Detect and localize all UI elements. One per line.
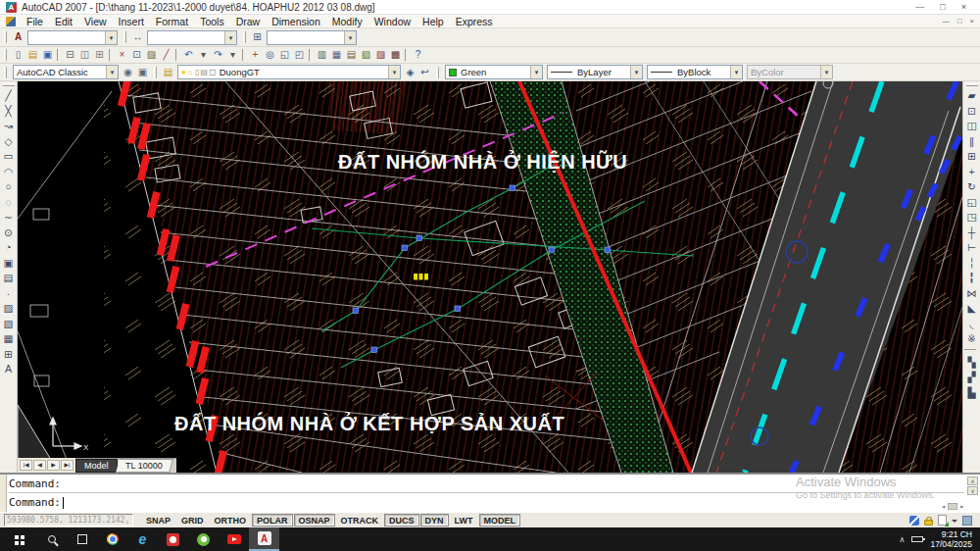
layer-properties-manager-icon[interactable]: ▤ (161, 66, 175, 79)
grid-toggle[interactable]: GRID (176, 514, 209, 526)
plot-icon[interactable]: ⊟ (63, 48, 77, 62)
layer-previous-icon[interactable]: ↩ (417, 66, 432, 79)
workspace-save-icon[interactable]: ▣ (135, 66, 150, 79)
trim-icon[interactable]: ┼ (964, 225, 980, 241)
gradient-icon[interactable]: ▧ (1, 317, 17, 332)
ducs-toggle[interactable]: DUCS (384, 514, 419, 526)
toolbar-grip[interactable] (154, 67, 157, 78)
tool-palettes-icon[interactable]: ▤ (344, 48, 359, 62)
bring-to-front-icon[interactable]: ▚ (964, 355, 980, 371)
region-icon[interactable]: ▦ (1, 331, 17, 347)
match-properties-icon[interactable]: ╱ (159, 48, 173, 62)
command-window-grip[interactable] (0, 475, 7, 512)
command-window[interactable]: Command: Command: Activate Windows Go to… (0, 473, 980, 512)
command-prompt-line[interactable]: Command: (9, 493, 964, 512)
osnap-toggle[interactable]: OSNAP (294, 514, 335, 526)
window-minimize-button[interactable]: — (915, 2, 924, 12)
layer-color-chip[interactable]: ▢ (209, 66, 217, 78)
pan-icon[interactable]: + (248, 48, 263, 62)
table-style-icon[interactable]: ⊞ (250, 30, 265, 44)
menu-file[interactable]: File (21, 16, 49, 27)
tab-first-button[interactable]: |◀ (20, 460, 32, 471)
layer-freeze-icon[interactable]: ☼ (187, 66, 194, 78)
tab-prev-button[interactable]: ◀ (33, 460, 46, 471)
menu-view[interactable]: View (78, 16, 113, 27)
doc-restore-button[interactable]: □ (957, 17, 962, 25)
make-object-layer-current-icon[interactable]: ◈ (403, 66, 417, 79)
task-view-icon[interactable] (67, 527, 97, 551)
break-at-point-icon[interactable]: ╎ (964, 256, 980, 272)
clean-screen-icon[interactable] (962, 516, 972, 526)
autocad-taskbar-icon[interactable]: A (249, 527, 279, 551)
scale-icon[interactable]: ◱ (964, 195, 980, 211)
doc-close-button[interactable]: × (970, 17, 974, 25)
chevron-down-icon[interactable]: ▾ (630, 66, 642, 78)
toolbar-grip[interactable] (123, 31, 126, 43)
layer-combo[interactable]: ●☼▯▤▢ DuongGT ▾ (177, 65, 401, 79)
chevron-down-icon[interactable]: ▾ (224, 31, 236, 44)
dim-style-icon[interactable]: ↔ (130, 30, 145, 44)
plot-preview-icon[interactable]: ◫ (77, 48, 92, 62)
tab-layout-tl10000[interactable]: TL 10000 (116, 459, 172, 473)
trusted-dwg-icon[interactable] (938, 515, 947, 526)
menu-insert[interactable]: Insert (113, 16, 150, 27)
toolbar-handle[interactable] (3, 83, 15, 86)
toolbar-grip[interactable] (436, 67, 439, 78)
menu-modify[interactable]: Modify (326, 16, 368, 27)
save-icon[interactable]: ▣ (40, 48, 55, 62)
clock[interactable]: 9:21 CH 17/04/2025 (930, 529, 972, 549)
chevron-down-icon[interactable]: ▾ (106, 66, 118, 78)
scroll-right-icon[interactable]: ▸ (959, 502, 964, 511)
tab-model[interactable]: Model (75, 459, 118, 473)
color-combo[interactable]: Green ▾ (445, 65, 543, 79)
menu-format[interactable]: Format (150, 16, 194, 27)
dim-style-combo[interactable]: ▾ (147, 30, 237, 45)
revcloud-icon[interactable]: ◌ (1, 195, 17, 211)
communication-center-icon[interactable] (909, 516, 919, 526)
ortho-toggle[interactable]: ORTHO (210, 514, 252, 526)
search-icon[interactable] (36, 527, 67, 551)
ie-icon[interactable]: e (127, 527, 158, 551)
menu-edit[interactable]: Edit (49, 16, 78, 27)
tab-last-button[interactable]: ▶| (61, 460, 74, 471)
menu-dimension[interactable]: Dimension (266, 16, 326, 27)
undo-dropdown-icon[interactable]: ▾ (196, 48, 211, 62)
spline-icon[interactable]: ∼ (1, 210, 17, 225)
doc-minimize-button[interactable]: — (943, 17, 951, 25)
text-style-combo[interactable]: ▾ (27, 30, 118, 45)
properties-icon[interactable]: ▥ (315, 48, 329, 62)
table-style-combo[interactable]: ▾ (267, 30, 357, 45)
fillet-icon[interactable]: ◟ (964, 317, 980, 332)
table-icon[interactable]: ⊞ (1, 347, 17, 363)
menu-help[interactable]: Help (416, 16, 450, 27)
tray-dropdown-icon[interactable] (952, 520, 957, 526)
toolbar-grip[interactable] (4, 67, 7, 78)
menu-express[interactable]: Express (450, 16, 499, 27)
drawing-canvas[interactable]: X ĐẤT NHÓM NHÀ Ở HIỆN HỮU ĐẤT NHÓM NHÀ Ở… (18, 81, 962, 473)
hatch-icon[interactable]: ▨ (1, 301, 17, 317)
chevron-down-icon[interactable]: ▾ (105, 31, 117, 44)
quickcalc-icon[interactable]: ▩ (388, 48, 403, 62)
stretch-icon[interactable]: ◳ (964, 210, 980, 225)
array-icon[interactable]: ⊞ (964, 149, 980, 165)
copy-object-icon[interactable]: ⊡ (964, 104, 980, 120)
circle-icon[interactable]: ○ (1, 179, 17, 195)
send-to-back-icon[interactable]: ▞ (964, 370, 980, 385)
explode-icon[interactable]: ※ (964, 331, 980, 347)
rectangle-icon[interactable]: ▭ (1, 149, 17, 165)
coccoc-icon[interactable] (188, 527, 219, 551)
text-style-icon[interactable]: A (11, 30, 25, 44)
open-icon[interactable]: ▤ (25, 48, 40, 62)
chamfer-icon[interactable]: ◣ (964, 301, 980, 317)
mtext-icon[interactable]: A (1, 362, 17, 377)
chevron-down-icon[interactable]: ▾ (530, 66, 542, 78)
snap-toggle[interactable]: SNAP (141, 514, 175, 526)
zoom-previous-icon[interactable]: ◰ (292, 48, 307, 62)
sheet-set-manager-icon[interactable]: ▧ (359, 48, 373, 62)
workspace-settings-icon[interactable]: ◉ (121, 66, 135, 79)
extend-icon[interactable]: ⊢ (964, 240, 980, 256)
publish-icon[interactable]: ⊞ (92, 48, 107, 62)
zoom-window-icon[interactable]: ◱ (277, 48, 292, 62)
layer-plot-icon[interactable]: ▤ (201, 66, 209, 78)
offset-icon[interactable]: ∥ (964, 134, 980, 150)
